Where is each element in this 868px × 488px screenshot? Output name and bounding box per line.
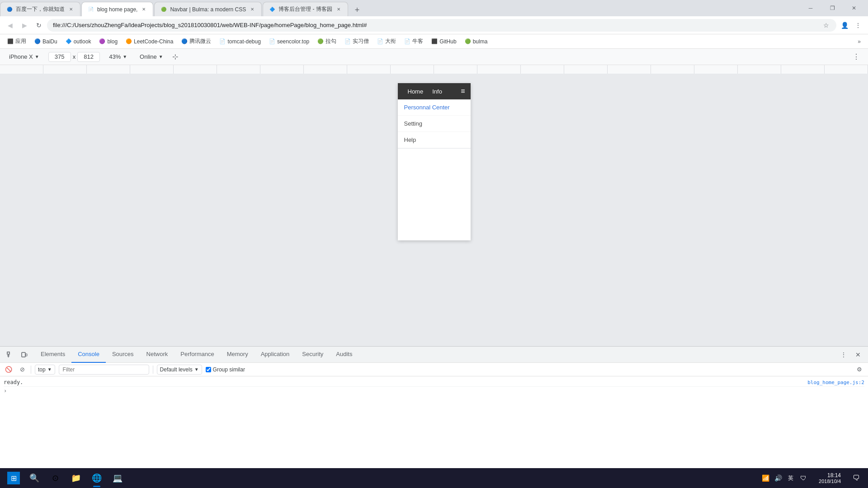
dt-tab-sources[interactable]: Sources (106, 347, 140, 363)
notification-center-button[interactable]: 🗨 (848, 468, 864, 488)
forward-button[interactable]: ▶ (18, 19, 31, 32)
seencolor-icon: 📄 (269, 38, 275, 45)
dropdown-item-personal[interactable]: Personnal Center (398, 99, 471, 116)
bookmark-leetcode[interactable]: 🟠 LeetCode-China (122, 37, 177, 47)
log-levels-select[interactable]: Default levels ▼ (157, 365, 202, 375)
console-line-ready: ready. blog_home_page.js:2 (4, 378, 864, 387)
dt-tab-application[interactable]: Application (255, 347, 296, 363)
dropdown-item-setting[interactable]: Setting (398, 116, 471, 132)
dt-tab-audits[interactable]: Audits (330, 347, 359, 363)
console-block-button[interactable]: ⊘ (17, 365, 27, 375)
bookmark-github[interactable]: ⬛ GitHub (428, 37, 460, 47)
bookmark-seencolor[interactable]: 📄 seencolor.top (265, 37, 313, 47)
ruler-tick (738, 65, 781, 74)
bookmark-bulma[interactable]: 🟢 bulma (461, 37, 491, 47)
console-source-link[interactable]: blog_home_page.js:2 (807, 380, 864, 385)
new-tab-button[interactable]: + (351, 4, 363, 16)
tray-antivirus-icon[interactable]: 🛡 (799, 474, 808, 483)
bookmark-tomcat[interactable]: 📄 tomcat-debug (216, 37, 264, 47)
devtools-device-toggle[interactable] (18, 348, 31, 361)
console-clear-button[interactable]: 🚫 (4, 365, 14, 375)
bookmark-star-icon[interactable]: ☆ (821, 21, 830, 30)
device-width-input[interactable] (48, 52, 71, 62)
bookmark-lagou[interactable]: 🟢 拉勾 (314, 36, 340, 47)
address-text: file:///C:/Users/zhouZhengFa/IdeaProject… (53, 22, 818, 28)
touch-icon[interactable]: ⊹ (172, 52, 178, 61)
devtools-select-element[interactable] (4, 348, 16, 361)
minimize-button[interactable]: ─ (800, 0, 821, 16)
ruler-tick (174, 65, 217, 74)
bookmark-baidu[interactable]: 🔵 BaiDu (31, 37, 61, 47)
tray-input-icon[interactable]: 英 (786, 474, 795, 483)
taskbar-app-vscode[interactable]: 💻 (108, 468, 127, 488)
tab-bulma[interactable]: 🟢 Navbar | Bulma: a modern CSS ✕ (154, 2, 262, 16)
taskbar-clock[interactable]: 18:14 2018/10/4 (815, 472, 844, 484)
taskbar-app-chrome[interactable]: 🌐 (87, 468, 107, 488)
tab-admin-close[interactable]: ✕ (335, 6, 342, 13)
lagou-icon: 🟢 (317, 38, 324, 45)
reload-button[interactable]: ↻ (33, 19, 45, 32)
device-select[interactable]: iPhone X ▼ (5, 52, 43, 61)
ruler-tick (304, 65, 347, 74)
bookmark-apps[interactable]: ⬛ 应用 (4, 36, 30, 47)
back-button[interactable]: ◀ (4, 19, 16, 32)
bookmark-tencent-label: 腾讯微云 (189, 38, 211, 45)
console-prompt-arrow: › (4, 388, 7, 394)
bookmarks-more-button[interactable]: » (854, 37, 864, 47)
bookmark-tencent[interactable]: 🔵 腾讯微云 (178, 36, 215, 47)
notification-icon: 🗨 (852, 474, 861, 483)
tab-bulma-close[interactable]: ✕ (249, 6, 256, 13)
nav-link-home[interactable]: Home (403, 83, 428, 99)
device-toolbar-menu[interactable]: ⋮ (850, 51, 863, 63)
context-dropdown-icon: ▼ (47, 367, 52, 372)
dropdown-item-help[interactable]: Help (398, 132, 471, 148)
bookmark-daxian[interactable]: 📄 大衔 (373, 36, 400, 47)
bookmark-outlook[interactable]: 🔷 outlook (62, 37, 95, 47)
context-select[interactable]: top ▼ (35, 365, 55, 375)
tab-baidu[interactable]: 🔵 百度一下，你就知道 ✕ (0, 2, 80, 16)
tab-blog[interactable]: 📄 blog home page, ✕ (81, 2, 153, 16)
menu-button[interactable]: ⋮ (852, 19, 864, 32)
dt-tab-security[interactable]: Security (296, 347, 330, 363)
tray-network-icon[interactable]: 📶 (761, 474, 770, 483)
console-filter-input[interactable] (59, 365, 149, 375)
tab-admin[interactable]: 🔷 博客后台管理 - 博客园 ✕ (263, 2, 348, 16)
dt-tab-console[interactable]: Console (71, 347, 106, 363)
leetcode-icon: 🟠 (126, 38, 132, 45)
dt-tab-network[interactable]: Network (140, 347, 175, 363)
tray-volume-icon[interactable]: 🔊 (774, 474, 783, 483)
group-similar-checkbox[interactable] (206, 367, 211, 372)
console-settings-gear[interactable]: ⚙ (854, 365, 864, 375)
ruler-tick (694, 65, 738, 74)
restore-button[interactable]: ❐ (822, 0, 843, 16)
ruler-tick (608, 65, 651, 74)
tab-blog-close[interactable]: ✕ (140, 6, 147, 13)
tab-baidu-favicon: 🔵 (6, 6, 13, 13)
tab-baidu-close[interactable]: ✕ (67, 6, 75, 13)
log-levels-dropdown-icon: ▼ (194, 367, 199, 372)
address-bar[interactable]: file:///C:/Users/zhouZhengFa/IdeaProject… (47, 19, 836, 32)
phone-content (398, 149, 471, 240)
network-select[interactable]: Online ▼ (136, 52, 166, 61)
toolbar-right: 👤 ⋮ (838, 19, 864, 32)
device-height-input[interactable] (77, 52, 100, 62)
devtools-settings-button[interactable]: ⋮ (837, 348, 850, 361)
taskbar-app-cortana[interactable]: ⊙ (45, 468, 65, 488)
bookmark-blog[interactable]: 🟣 blog (95, 37, 121, 47)
clock-time: 18:14 (827, 472, 841, 479)
dt-tab-memory[interactable]: Memory (221, 347, 255, 363)
zoom-select[interactable]: 43% ▼ (105, 52, 131, 61)
bookmark-shixiseng[interactable]: 📄 实习僧 (341, 36, 373, 47)
devtools-close-button[interactable]: ✕ (852, 348, 864, 361)
dt-tab-performance[interactable]: Performance (174, 347, 220, 363)
tab-admin-favicon: 🔷 (269, 6, 276, 13)
start-button[interactable]: ⊞ (4, 468, 24, 488)
nav-link-info[interactable]: Info (428, 83, 447, 99)
taskbar-app-search[interactable]: 🔍 (24, 468, 44, 488)
dt-tab-elements[interactable]: Elements (34, 347, 71, 363)
bookmark-niuke[interactable]: 📄 牛客 (401, 36, 427, 47)
hamburger-icon[interactable]: ≡ (461, 87, 465, 95)
profile-button[interactable]: 👤 (838, 19, 851, 32)
taskbar-app-file-explorer[interactable]: 📁 (66, 468, 86, 488)
close-button[interactable]: ✕ (844, 0, 864, 16)
